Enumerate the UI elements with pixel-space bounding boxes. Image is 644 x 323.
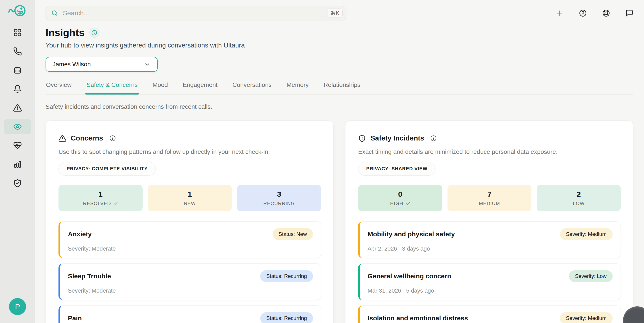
stat-new: 1 NEW: [148, 185, 232, 211]
alert-triangle-icon: [13, 103, 22, 112]
stat-low-value: 2: [577, 190, 581, 199]
incidents-list: Mobility and physical safety Severity: M…: [358, 222, 621, 323]
sidebar-item-dashboard[interactable]: [4, 25, 31, 40]
incidents-stats: 0 HIGH 7 MEDIUM 2 LOW: [358, 185, 621, 211]
bar-chart-icon: [13, 160, 22, 169]
stat-resolved-label: RESOLVED: [83, 201, 111, 206]
concerns-card-title: Concerns: [71, 134, 103, 142]
tab-mood[interactable]: Mood: [152, 81, 168, 94]
stat-high: 0 HIGH: [358, 185, 442, 211]
tab-overview[interactable]: Overview: [46, 81, 72, 94]
incident-title: General wellbeing concern: [368, 273, 451, 280]
concern-item-anxiety[interactable]: Anxiety Status: New Severity: Moderate: [58, 222, 321, 258]
incidents-info-icon[interactable]: [430, 135, 437, 142]
concern-severity: Severity: Moderate: [68, 245, 313, 252]
sidebar-item-health[interactable]: [4, 138, 31, 153]
user-avatar[interactable]: P: [9, 298, 26, 315]
app-logo-icon: [8, 4, 27, 18]
concerns-card: Concerns Use this to spot changing patte…: [46, 120, 334, 323]
person-selector[interactable]: James Wilson: [46, 57, 158, 72]
severity-badge: Severity: Low: [569, 270, 613, 282]
stat-recurring-value: 3: [277, 190, 281, 199]
status-badge: Status: Recurring: [260, 270, 313, 282]
shield-check-icon: [13, 179, 22, 188]
check-icon: [113, 201, 118, 206]
incident-item-wellbeing[interactable]: General wellbeing concern Severity: Low …: [358, 264, 621, 300]
topbar: ⌘K: [46, 6, 633, 20]
support-button[interactable]: [602, 9, 610, 17]
safety-incidents-card: Safety Incidents Exact timing and detail…: [345, 120, 633, 323]
sidebar-item-notifications[interactable]: [4, 81, 31, 97]
section-note: Safety incidents and conversation concer…: [46, 103, 633, 110]
incident-item-isolation[interactable]: Isolation and emotional distress Severit…: [358, 306, 621, 323]
stat-high-value: 0: [398, 190, 402, 199]
stat-medium-label: MEDIUM: [479, 201, 500, 206]
cards-grid: Concerns Use this to spot changing patte…: [46, 120, 633, 323]
concerns-card-description: Use this to spot changing patterns and f…: [58, 148, 321, 155]
concerns-privacy-badge: PRIVACY: COMPLETE VISIBILITY: [58, 162, 156, 176]
main-content: ⌘K Insights Yo: [35, 0, 644, 323]
concern-item-pain[interactable]: Pain Status: Recurring: [58, 306, 321, 323]
tab-relationships[interactable]: Relationships: [323, 81, 361, 94]
stat-recurring-label: RECURRING: [263, 201, 295, 206]
search-bar: ⌘K: [46, 6, 346, 20]
shield-alert-icon: [358, 134, 366, 142]
tab-conversations[interactable]: Conversations: [232, 81, 272, 94]
heart-pulse-icon: [13, 141, 22, 150]
sidebar: P: [0, 0, 35, 323]
topbar-actions: [556, 9, 633, 17]
feedback-button[interactable]: [626, 9, 633, 17]
tab-bar: Overview Safety & Concerns Mood Engageme…: [46, 81, 633, 94]
plus-icon: [556, 9, 564, 17]
calendar-icon: [13, 66, 22, 75]
page-subtitle: Your hub to view insights gathered durin…: [46, 41, 633, 49]
dashboard-grid-icon: [13, 28, 22, 37]
sidebar-item-safety[interactable]: [4, 176, 31, 191]
stat-high-label: HIGH: [390, 201, 403, 206]
stat-new-label: NEW: [184, 201, 196, 206]
page-info-button[interactable]: [89, 27, 100, 38]
add-button[interactable]: [556, 9, 564, 17]
incident-item-mobility[interactable]: Mobility and physical safety Severity: M…: [358, 222, 621, 258]
concern-title: Anxiety: [68, 230, 92, 238]
concerns-alert-triangle-icon: [58, 134, 66, 142]
concern-title: Sleep Trouble: [68, 273, 111, 280]
stat-new-value: 1: [188, 190, 192, 199]
concerns-stats: 1 RESOLVED 1 NEW 3 RECURRING: [58, 185, 321, 211]
tab-engagement[interactable]: Engagement: [182, 81, 218, 94]
incident-title: Isolation and emotional distress: [368, 315, 468, 322]
bell-icon: [13, 85, 22, 93]
incidents-card-title: Safety Incidents: [370, 134, 424, 142]
search-input[interactable]: [46, 6, 346, 20]
stat-recurring: 3 RECURRING: [237, 185, 321, 211]
stat-medium: 7 MEDIUM: [448, 185, 532, 211]
stat-medium-value: 7: [488, 190, 492, 199]
tab-memory[interactable]: Memory: [286, 81, 309, 94]
app-window: P ⌘K: [0, 0, 644, 323]
sidebar-item-insights[interactable]: [4, 119, 31, 134]
sidebar-item-alerts[interactable]: [4, 100, 31, 116]
check-icon: [406, 201, 410, 206]
stat-low: 2 LOW: [537, 185, 621, 211]
severity-badge: Severity: Medium: [560, 312, 613, 323]
eye-icon: [13, 122, 22, 131]
help-button[interactable]: [579, 9, 587, 17]
sidebar-item-schedule[interactable]: [4, 63, 31, 78]
concern-item-sleep-trouble[interactable]: Sleep Trouble Status: Recurring Severity…: [58, 264, 321, 300]
concerns-list: Anxiety Status: New Severity: Moderate S…: [58, 222, 321, 323]
concern-severity: Severity: Moderate: [68, 287, 313, 294]
status-badge: Status: Recurring: [260, 312, 313, 323]
chevron-down-icon: [144, 61, 151, 68]
incidents-card-description: Exact timing and details are minimized t…: [358, 148, 621, 155]
concerns-info-icon[interactable]: [109, 135, 116, 142]
person-selector-value: James Wilson: [52, 61, 91, 68]
stat-resolved-value: 1: [98, 190, 102, 199]
tab-safety-concerns[interactable]: Safety & Concerns: [86, 81, 138, 94]
help-circle-icon: [579, 9, 587, 17]
lifebuoy-icon: [602, 9, 610, 17]
sidebar-item-calls[interactable]: [4, 44, 31, 59]
status-badge: Status: New: [272, 228, 313, 240]
chat-bubble-icon: [626, 9, 633, 17]
severity-badge: Severity: Medium: [560, 228, 613, 240]
sidebar-item-reports[interactable]: [4, 157, 31, 172]
